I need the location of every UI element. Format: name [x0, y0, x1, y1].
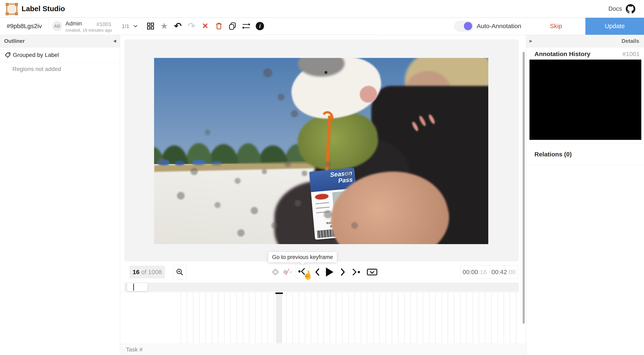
reject-icon[interactable]: ✕ [201, 21, 209, 31]
details-title: Details [622, 35, 639, 47]
frame-of: of [141, 269, 146, 276]
group-by-label-row[interactable]: Grouped by Label [0, 47, 120, 63]
redo-icon[interactable]: ↷ [188, 21, 196, 31]
auto-annotation-label: Auto-Annotation [477, 17, 521, 35]
time-position-main: 00:00 [462, 269, 478, 276]
undo-icon[interactable]: ↶ [174, 21, 182, 31]
time-duration-main: 00:42 [492, 269, 507, 276]
star-icon[interactable]: ★ [160, 21, 168, 31]
annotation-id: #1001 [96, 21, 112, 27]
playhead-column [276, 293, 282, 343]
chevron-down-icon[interactable] [133, 25, 138, 28]
timeline-ticks [180, 293, 519, 343]
github-icon[interactable] [626, 4, 635, 13]
app-header: Label Studio Docs [0, 0, 644, 18]
grid-view-icon[interactable] [146, 21, 155, 31]
play-icon [326, 268, 334, 277]
divider [48, 17, 49, 35]
app-title: Label Studio [22, 0, 65, 17]
outliner-header: Outliner ◀ [0, 35, 120, 47]
outliner-panel: Outliner ◀ Grouped by Label Regions not … [0, 35, 120, 355]
annotator-name: Admin [66, 20, 82, 27]
annotation-created-time: created, 19 minutes ago [66, 28, 112, 33]
auto-annotation-toggle[interactable] [454, 21, 473, 31]
regions-empty-message: Regions not added [12, 66, 61, 72]
task-id: #9pb8Lgs2iv [0, 17, 48, 35]
group-by-label-text: Grouped by Label [13, 47, 59, 62]
vertical-scrollbar[interactable] [523, 52, 525, 324]
seek-handle[interactable] [127, 283, 148, 291]
main-content: Season Pass RATATOUILLE BOWERS Go to pre… [120, 35, 526, 355]
time-display: 00:00:16 00:42:00 [460, 265, 518, 279]
add-keyframe-button[interactable] [270, 264, 280, 280]
time-position-frames: :16 [478, 269, 487, 276]
divider [526, 165, 644, 165]
annotation-history-title: Annotation History [534, 50, 590, 57]
collapse-left-icon[interactable]: ◀ [113, 35, 116, 47]
compare-settings-icon[interactable] [242, 21, 250, 31]
divider [526, 143, 644, 143]
next-frame-button[interactable] [338, 264, 348, 280]
update-button[interactable]: Update [586, 17, 644, 35]
playhead-marker[interactable] [276, 293, 283, 294]
video-lens-droplets [154, 58, 488, 244]
seek-strip[interactable] [124, 283, 519, 292]
annotation-pager: 1/1 [122, 23, 129, 29]
video-frame[interactable]: Season Pass RATATOUILLE BOWERS [154, 58, 488, 244]
timeline-config-button[interactable] [366, 264, 378, 280]
scrolled-card-edge [262, 35, 380, 38]
frame-current: 16 [132, 269, 139, 276]
expand-right-icon[interactable]: ▶ [530, 35, 532, 47]
copy-icon[interactable] [228, 21, 237, 31]
frame-counter[interactable]: 16 of 1008 [130, 266, 165, 279]
info-icon[interactable]: i [256, 21, 264, 31]
avatar[interactable]: AD [52, 21, 62, 31]
relations-title: Relations (0) [534, 148, 572, 161]
outliner-title: Outliner [4, 35, 25, 47]
next-keyframe-button[interactable] [350, 264, 362, 280]
tooltip: Go to previous keyframe [268, 252, 337, 262]
play-button[interactable] [325, 264, 335, 280]
delete-icon[interactable] [215, 21, 223, 31]
skip-button[interactable]: Skip [526, 17, 586, 35]
toggle-keyframe-button[interactable] [282, 264, 294, 280]
hand-cursor-icon: ☝ [301, 269, 314, 281]
docs-link[interactable]: Docs [608, 0, 622, 17]
details-panel: ▶ Details Annotation History #1001 Relat… [526, 35, 644, 355]
previous-frame-button[interactable] [313, 264, 322, 280]
task-toolbar: #9pb8Lgs2iv AD Admin created, 19 minutes… [0, 17, 644, 35]
time-duration: 00:42:00 [489, 265, 518, 279]
tag-icon [4, 52, 11, 58]
details-header: ▶ Details [526, 35, 644, 47]
seek-position-marker [133, 284, 134, 291]
zoom-in-button[interactable] [173, 265, 186, 280]
time-position[interactable]: 00:00:16 [460, 265, 489, 279]
task-number-label: Task # [126, 344, 143, 355]
frame-total: 1008 [148, 269, 162, 276]
time-duration-frames: :00 [507, 269, 516, 276]
task-footer: Task # [120, 344, 526, 355]
label-studio-logo-icon [6, 3, 18, 15]
toggle-knob [464, 22, 472, 30]
magnifier-plus-icon [176, 268, 184, 276]
annotation-history-id: #1001 [622, 50, 640, 57]
frames-timeline[interactable] [120, 292, 526, 344]
annotation-history-preview[interactable] [530, 59, 641, 140]
